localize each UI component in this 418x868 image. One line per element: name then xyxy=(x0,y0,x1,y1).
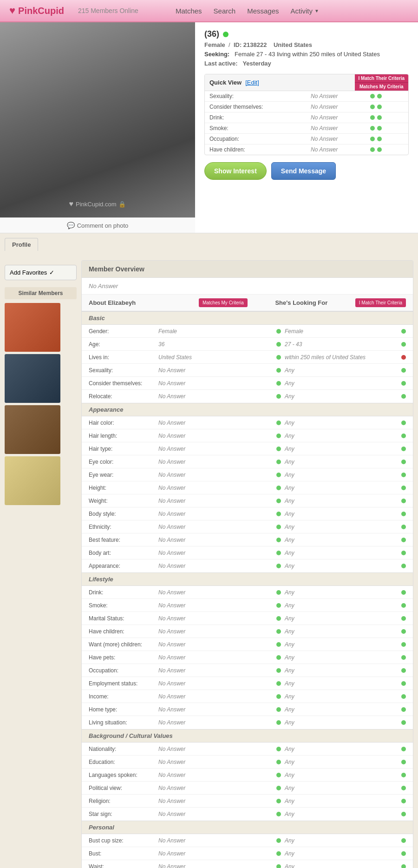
table-row: Bust cup size: No Answer Any xyxy=(82,834,413,847)
section-background: Background / Cultural Values xyxy=(82,729,413,743)
profile-age: (36) xyxy=(204,29,409,39)
table-row: Education: No Answer Any xyxy=(82,756,413,769)
personal-rows: Bust cup size: No Answer Any Bust: No An… xyxy=(82,834,413,868)
about-title: About Elizabeyh xyxy=(89,299,196,306)
dot xyxy=(377,137,382,141)
dot xyxy=(401,368,406,373)
dot xyxy=(276,564,281,568)
members-online: 215 Members Online xyxy=(78,7,138,14)
section-appearance: Appearance xyxy=(82,403,413,416)
table-row: Nationality: No Answer Any xyxy=(82,743,413,756)
photo-placeholder xyxy=(0,22,195,217)
dot xyxy=(276,773,281,777)
nav-activity[interactable]: Activity ▼ xyxy=(291,7,319,15)
table-row: Height: No Answer Any xyxy=(82,481,413,494)
nav-matches[interactable]: Matches xyxy=(176,7,202,15)
dot xyxy=(276,812,281,816)
logo-text: PinkCupid xyxy=(18,6,64,16)
table-row: Have pets: No Answer Any xyxy=(82,651,413,664)
dot xyxy=(276,368,281,373)
profile-tab[interactable]: Profile xyxy=(5,238,38,251)
table-row: Star sign: No Answer Any xyxy=(82,808,413,821)
action-buttons: Show Interest Send Message xyxy=(204,162,409,180)
dot xyxy=(377,115,382,120)
comment-icon: 💬 xyxy=(67,222,75,229)
show-interest-button[interactable]: Show Interest xyxy=(204,162,267,180)
dot xyxy=(276,421,281,425)
edit-link[interactable]: [Edit] xyxy=(245,79,259,86)
dot xyxy=(276,681,281,686)
dot xyxy=(401,720,406,725)
table-row: Gender: Female Female xyxy=(82,325,413,338)
profile-photo: ♥ PinkCupid.com 🔒 xyxy=(0,22,195,217)
nav-search[interactable]: Search xyxy=(214,7,236,15)
table-row: Body art: No Answer Any xyxy=(82,546,413,559)
dot xyxy=(377,126,382,131)
dot xyxy=(401,838,406,843)
dot xyxy=(276,447,281,451)
table-row: Occupation: No Answer Any xyxy=(82,664,413,677)
profile-top: ♥ PinkCupid.com 🔒 💬 Comment on photo (36… xyxy=(0,22,418,233)
criteria-header-1: I Match Their Criteria xyxy=(355,74,408,82)
checkmark-icon: ✓ xyxy=(49,269,54,276)
dot xyxy=(276,838,281,843)
dot xyxy=(276,394,281,399)
table-row: Age: 36 27 - 43 xyxy=(82,338,413,351)
table-row: Smoke: No Answer Any xyxy=(82,599,413,612)
nav-messages[interactable]: Messages xyxy=(247,7,279,15)
dot xyxy=(276,720,281,725)
dot xyxy=(401,773,406,777)
table-row: Sexuality: No Answer Any xyxy=(82,364,413,377)
table-row: Hair type: No Answer Any xyxy=(82,442,413,455)
dot xyxy=(401,668,406,673)
dot xyxy=(401,538,406,542)
send-message-button[interactable]: Send Message xyxy=(271,162,336,180)
quick-view-row: Consider themselves: No Answer xyxy=(205,102,408,112)
similar-member-3[interactable] xyxy=(5,405,60,454)
table-row: Home type: No Answer Any xyxy=(82,703,413,716)
table-row: Eye color: No Answer Any xyxy=(82,455,413,468)
dot xyxy=(401,486,406,490)
dot xyxy=(276,747,281,751)
dot xyxy=(401,564,406,568)
quick-view-row: Smoke: No Answer xyxy=(205,123,408,134)
dot xyxy=(276,538,281,542)
dot xyxy=(276,616,281,621)
dot xyxy=(401,434,406,438)
add-favorites-button[interactable]: Add Favorites ✓ xyxy=(5,265,77,280)
dot xyxy=(401,694,406,699)
shes-looking-for: She's Looking For xyxy=(248,299,355,306)
logo[interactable]: ♥ PinkCupid xyxy=(9,5,64,17)
quick-view-row: Have children: No Answer xyxy=(205,145,408,155)
i-match-their-criteria-badge: I Match Their Criteria xyxy=(355,298,406,307)
dot xyxy=(401,603,406,608)
dot xyxy=(401,525,406,529)
comment-photo-button[interactable]: 💬 Comment on photo xyxy=(67,222,129,229)
dot xyxy=(401,342,406,347)
dot xyxy=(401,655,406,660)
dot xyxy=(401,551,406,555)
profile-meta: Female / ID: 2138222 United States xyxy=(204,41,409,48)
similar-member-4[interactable] xyxy=(5,456,60,505)
dot xyxy=(276,381,281,386)
quick-view-rows: Sexuality: No Answer Consider themselves… xyxy=(205,91,408,155)
similar-member-2[interactable] xyxy=(5,354,60,403)
table-row: Appearance: No Answer Any xyxy=(82,559,413,572)
quick-view-title: Quick View [Edit] xyxy=(205,74,355,91)
table-row: Ethnicity: No Answer Any xyxy=(82,520,413,533)
profile-photo-section: ♥ PinkCupid.com 🔒 💬 Comment on photo xyxy=(0,22,195,233)
comment-on-photo-bar: 💬 Comment on photo xyxy=(0,217,195,233)
dot xyxy=(276,525,281,529)
dot xyxy=(401,499,406,503)
dot xyxy=(276,473,281,477)
dot xyxy=(401,864,406,868)
similar-member-1[interactable] xyxy=(5,303,60,352)
dot xyxy=(276,512,281,516)
quick-view-row: Occupation: No Answer xyxy=(205,134,408,145)
background-rows: Nationality: No Answer Any Education: No… xyxy=(82,743,413,821)
dot xyxy=(401,394,406,399)
member-overview-header: Member Overview xyxy=(82,261,413,278)
table-row: Religion: No Answer Any xyxy=(82,795,413,808)
no-answer-top: No Answer xyxy=(82,278,413,295)
dot xyxy=(276,694,281,699)
